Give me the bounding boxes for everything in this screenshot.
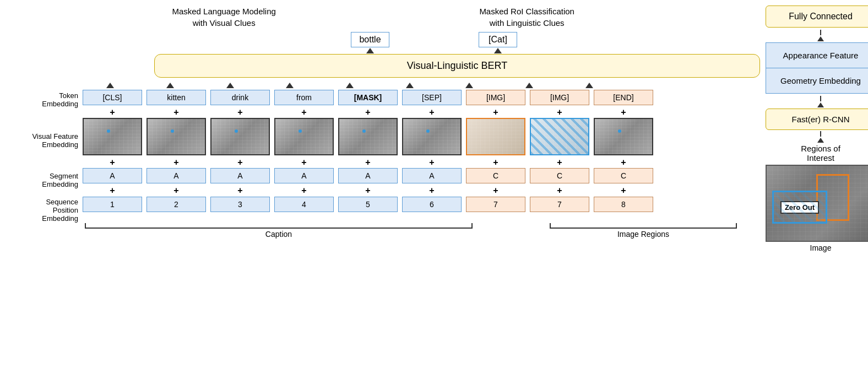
- roi-label: Regions ofInterest: [801, 144, 840, 163]
- segment-end: C: [594, 168, 653, 183]
- bottle-output-col: bottle: [338, 32, 402, 54]
- plus-mask-3: +: [365, 185, 370, 196]
- position-mask: 5: [338, 197, 398, 212]
- plus-drink-3: +: [237, 185, 242, 196]
- fc-arrow-line: [820, 30, 821, 35]
- token-from: from: [274, 90, 334, 105]
- plus-img2-2: +: [557, 157, 562, 167]
- sequence-position-label: SequencePositionEmbedding: [11, 200, 78, 220]
- plus-img2-1: +: [557, 107, 562, 117]
- token-end: [END]: [594, 90, 653, 105]
- caption-label: Caption: [83, 230, 475, 239]
- right-panel: Fully Connected Appearance Feature Geome…: [760, 6, 868, 373]
- arrow-kitten: [166, 83, 174, 88]
- bert-row: Visual-Linguistic BERT: [11, 54, 760, 80]
- plus-sep-3: +: [429, 185, 434, 196]
- plus-kitten-3: +: [173, 185, 178, 196]
- token-mask: [MASK]: [338, 90, 398, 105]
- segment-from: A: [274, 168, 334, 183]
- bottom-labels-row: Caption Image Regions: [11, 223, 760, 239]
- token-col-sep: [SEP] + + A + 6: [402, 90, 462, 213]
- img-end: [594, 118, 653, 155]
- arrow-drink: [226, 83, 234, 88]
- segment-img2: C: [530, 168, 589, 183]
- plus-cls-2: +: [110, 157, 115, 167]
- roi-task-label: Masked RoI Classificationwith Linguistic…: [365, 6, 688, 29]
- position-cls: 1: [83, 197, 142, 212]
- fc-arrow-head: [817, 36, 824, 41]
- token-drink: drink: [210, 90, 270, 105]
- token-img1: [IMG]: [466, 90, 525, 105]
- image-label: Image: [810, 243, 832, 252]
- token-col-mask: [MASK] + + A + 5: [338, 90, 398, 213]
- cat-output-box: [Cat]: [479, 32, 517, 47]
- blue-hatch-overlay: [774, 192, 826, 222]
- left-labels: TokenEmbedding Visual FeatureEmbedding S…: [11, 90, 83, 220]
- img1-output-col: [Cat]: [466, 32, 530, 54]
- plus-end-1: +: [621, 107, 626, 117]
- position-img1: 7: [466, 197, 525, 212]
- img-drink: [210, 118, 270, 155]
- img-from: [274, 118, 334, 155]
- plus-mask-1: +: [365, 107, 370, 117]
- mlm-task-label: Masked Language Modelingwith Visual Clue…: [83, 6, 365, 29]
- visual-feature-label: Visual FeatureEmbedding: [11, 121, 78, 160]
- token-col-from: from + + A + 4: [274, 90, 334, 213]
- img-sep: [402, 118, 462, 155]
- arrow-mask: [346, 83, 354, 88]
- plus-sep-2: +: [429, 157, 434, 167]
- token-cls: [CLS]: [83, 90, 142, 105]
- plus-img1-3: +: [493, 185, 498, 196]
- geo-arrow-head: [817, 102, 824, 107]
- plus-from-1: +: [301, 107, 306, 117]
- plus-end-2: +: [621, 157, 626, 167]
- segment-img1: C: [466, 168, 525, 183]
- img-cls: [83, 118, 142, 155]
- segment-embedding-label: SegmentEmbedding: [11, 170, 78, 190]
- plus-drink-1: +: [237, 107, 242, 117]
- plus-end-3: +: [621, 185, 626, 196]
- image-box: Zero Out: [766, 165, 868, 242]
- image-regions-bracket-area: Image Regions: [547, 223, 739, 239]
- position-img2: 7: [530, 197, 589, 212]
- geo-arrow-line: [820, 96, 821, 101]
- img-kitten: [147, 118, 206, 155]
- bottle-output-box: bottle: [351, 32, 389, 47]
- segment-sep: A: [402, 168, 462, 183]
- token-embedding-label: TokenEmbedding: [11, 90, 78, 110]
- arrow-img2: [525, 83, 533, 88]
- bert-box: Visual-Linguistic BERT: [154, 54, 760, 78]
- rcnn-arrow-line: [820, 131, 821, 137]
- image-regions-label: Image Regions: [547, 230, 739, 239]
- hatch-overlay: [531, 119, 588, 154]
- token-columns: [CLS] + + A + 1 kitten +: [83, 90, 653, 213]
- plus-kitten-2: +: [173, 157, 178, 167]
- arrow-cls: [106, 83, 114, 88]
- img-img2: [530, 118, 589, 155]
- image-regions-bracket: [550, 223, 737, 229]
- faster-rcnn-box: Fast(er) R-CNN: [766, 109, 868, 130]
- plus-cls-1: +: [110, 107, 115, 117]
- appearance-feature-box: Appearance Feature: [766, 42, 868, 68]
- segment-drink: A: [210, 168, 270, 183]
- output-boxes-row: bottle [Cat]: [11, 32, 688, 54]
- arrow-sep: [406, 83, 414, 88]
- diagram-area: Masked Language Modelingwith Visual Clue…: [11, 6, 760, 373]
- position-drink: 3: [210, 197, 270, 212]
- token-col-kitten: kitten + + A + 2: [147, 90, 206, 213]
- arrow-from: [286, 83, 294, 88]
- token-col-img2: [IMG] + + C + 7: [530, 90, 589, 213]
- caption-bracket-area: Caption: [83, 223, 475, 239]
- plus-mask-2: +: [365, 157, 370, 167]
- token-sep: [SEP]: [402, 90, 462, 105]
- plus-img1-2: +: [493, 157, 498, 167]
- token-img2: [IMG]: [530, 90, 589, 105]
- img-img1: [466, 118, 525, 155]
- fully-connected-box: Fully Connected: [766, 6, 868, 28]
- img-mask: [338, 118, 398, 155]
- plus-from-2: +: [301, 157, 306, 167]
- token-col-img1: [IMG] + + C + 7: [466, 90, 525, 213]
- arrow-img1: [465, 83, 473, 88]
- token-col-drink: drink + + A + 3: [210, 90, 270, 213]
- segment-cls: A: [83, 168, 142, 183]
